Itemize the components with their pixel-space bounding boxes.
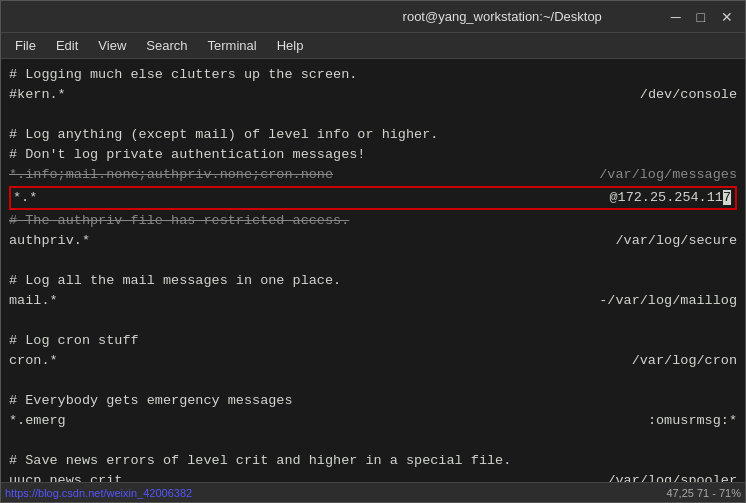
line-dont-log: # Don't log private authentication messa… (9, 145, 737, 165)
line-cron-comment-text: # Log cron stuff (9, 331, 139, 351)
line-cron-left: cron.* (9, 351, 58, 371)
line-kern-left: #kern.* (9, 85, 66, 105)
line-authpriv-right: /var/log/secure (615, 231, 737, 251)
line-authpriv-comment: # The authpriv file has restricted acces… (9, 211, 737, 231)
minimize-button[interactable]: ─ (667, 8, 685, 26)
menu-bar: File Edit View Search Terminal Help (1, 33, 745, 59)
line-uucp: uucp,news.crit /var/log/spooler (9, 471, 737, 482)
line-dont-log-text: # Don't log private authentication messa… (9, 145, 365, 165)
line-1-text: # Logging much else clutters up the scre… (9, 65, 357, 85)
line-highlighted-right: @172.25.254.117 (607, 188, 735, 208)
line-info-mail-right: /var/log/messages (599, 165, 737, 185)
line-uucp-left: uucp,news.crit (9, 471, 122, 482)
line-emerg-left: *.emerg (9, 411, 66, 431)
menu-file[interactable]: File (5, 36, 46, 55)
line-empty-5 (9, 431, 737, 451)
maximize-button[interactable]: □ (693, 8, 709, 26)
line-uucp-right: /var/log/spooler (607, 471, 737, 482)
menu-view[interactable]: View (88, 36, 136, 55)
line-log-info: # Log anything (except mail) of level in… (9, 125, 737, 145)
line-news-comment-text: # Save news errors of level crit and hig… (9, 451, 511, 471)
terminal-window: root@yang_workstation:~/Desktop ─ □ ✕ Fi… (0, 0, 746, 503)
line-log-info-text: # Log anything (except mail) of level in… (9, 125, 438, 145)
line-authpriv: authpriv.* /var/log/secure (9, 231, 737, 251)
url-text: https://blog.csdn.net/weixin_42006382 (5, 487, 192, 499)
line-emerg-comment-text: # Everybody gets emergency messages (9, 391, 293, 411)
line-empty-3 (9, 311, 737, 331)
window-title: root@yang_workstation:~/Desktop (338, 9, 667, 24)
cursor: 7 (723, 190, 731, 205)
menu-terminal[interactable]: Terminal (198, 36, 267, 55)
line-mail-comment-text: # Log all the mail messages in one place… (9, 271, 341, 291)
line-highlighted: *.* @172.25.254.117 (9, 186, 737, 210)
menu-search[interactable]: Search (136, 36, 197, 55)
menu-help[interactable]: Help (267, 36, 314, 55)
line-kern: #kern.* /dev/console (9, 85, 737, 105)
line-mail-comment: # Log all the mail messages in one place… (9, 271, 737, 291)
line-empty-4 (9, 371, 737, 391)
line-mail-right: -/var/log/maillog (599, 291, 737, 311)
position-text: 47,25 71 - 71% (666, 487, 741, 499)
line-authpriv-left: authpriv.* (9, 231, 90, 251)
title-bar: root@yang_workstation:~/Desktop ─ □ ✕ (1, 1, 745, 33)
line-emerg: *.emerg :omusrmsg:* (9, 411, 737, 431)
line-news-comment: # Save news errors of level crit and hig… (9, 451, 737, 471)
status-bar: https://blog.csdn.net/weixin_42006382 47… (1, 482, 745, 502)
line-emerg-comment: # Everybody gets emergency messages (9, 391, 737, 411)
terminal-body[interactable]: # Logging much else clutters up the scre… (1, 59, 745, 482)
line-mail-left: mail.* (9, 291, 58, 311)
line-empty-1 (9, 105, 737, 125)
line-authpriv-comment-text: # The authpriv file has restricted acces… (9, 211, 349, 231)
line-1: # Logging much else clutters up the scre… (9, 65, 737, 85)
line-emerg-right: :omusrmsg:* (648, 411, 737, 431)
line-cron-comment: # Log cron stuff (9, 331, 737, 351)
line-info-mail: *.info;mail.none;authpriv.none;cron.none… (9, 165, 737, 185)
close-button[interactable]: ✕ (717, 8, 737, 26)
line-kern-right: /dev/console (640, 85, 737, 105)
line-empty-2 (9, 251, 737, 271)
line-highlighted-left: *.* (11, 188, 607, 208)
menu-edit[interactable]: Edit (46, 36, 88, 55)
window-controls: ─ □ ✕ (667, 8, 737, 26)
line-cron-right: /var/log/cron (632, 351, 737, 371)
line-cron: cron.* /var/log/cron (9, 351, 737, 371)
line-mail: mail.* -/var/log/maillog (9, 291, 737, 311)
line-info-mail-left: *.info;mail.none;authpriv.none;cron.none (9, 165, 333, 185)
